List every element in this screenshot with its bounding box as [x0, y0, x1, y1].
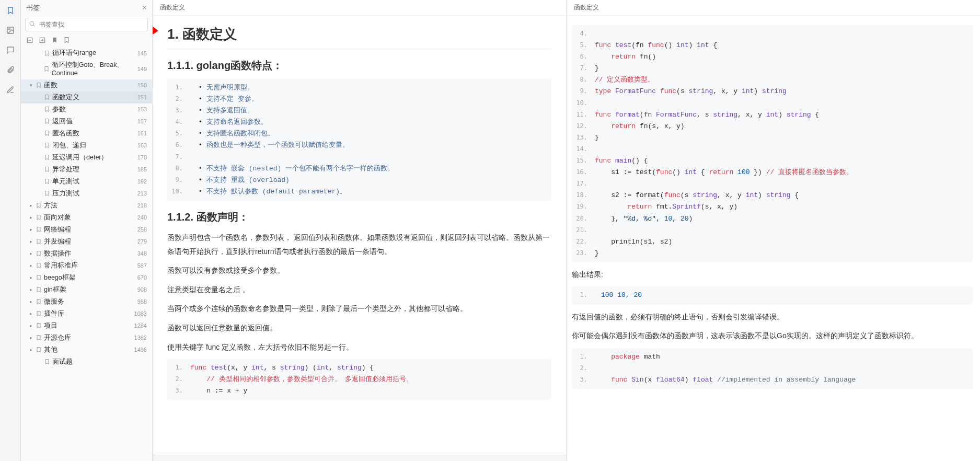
bookmark-icon: [44, 50, 50, 56]
bookmark-icon: [36, 347, 42, 353]
chevron-icon: ▸: [28, 299, 33, 304]
bookmark-icon: [36, 335, 42, 341]
tree-item[interactable]: 延迟调用（defer）170: [21, 152, 152, 164]
sidebar-search: [25, 18, 148, 31]
tree-item[interactable]: 压力测试213: [21, 188, 152, 200]
collapse-all-icon[interactable]: [26, 37, 33, 44]
tree-item[interactable]: 循环语句range145: [21, 47, 152, 59]
bookmark-icon: [36, 214, 42, 221]
page-number: 192: [137, 178, 149, 185]
feature-item: • 支持不定 变参。: [190, 94, 258, 105]
tree-item[interactable]: ▸开源仓库1382: [21, 332, 152, 344]
paragraph: 函数声明包含一个函数名，参数列表， 返回值列表和函数体。如果函数没有返回值，则返…: [167, 230, 551, 258]
page-number: 670: [137, 274, 149, 281]
bookmark-outline-icon[interactable]: [63, 37, 70, 44]
feature-item: • 不支持 重载 (overload): [190, 175, 290, 186]
bookmark-icon: [36, 274, 42, 281]
bookmark-icon: [36, 238, 42, 245]
tree-item-label: 插件库: [44, 309, 64, 318]
tree-item[interactable]: 循环控制Goto、Break、Continue149: [21, 59, 152, 79]
tree-item-label: 循环控制Goto、Break、Continue: [52, 61, 137, 78]
code-block: 4. 5.func test(fn func() int) int { 6. r…: [572, 25, 973, 262]
tree-item[interactable]: 单元测试192: [21, 176, 152, 188]
tree-item[interactable]: 闭包、递归163: [21, 140, 152, 152]
page-number: 279: [137, 238, 149, 245]
tree-item[interactable]: 返回值157: [21, 116, 152, 128]
tree-item[interactable]: ▸方法218: [21, 200, 152, 212]
bookmark-icon: [44, 190, 50, 197]
tree-item-label: 面向对象: [44, 213, 71, 222]
tree-item[interactable]: 面试题: [21, 356, 152, 368]
paragraph: 注意类型在变量名之后 。: [167, 283, 551, 297]
tree-item[interactable]: ▾函数150: [21, 79, 152, 91]
image-icon[interactable]: [4, 24, 17, 37]
tree-item[interactable]: 参数153: [21, 103, 152, 116]
feature-item: [190, 152, 194, 163]
pane-tab: 函数定义: [153, 0, 566, 16]
tree-item-label: 函数: [44, 81, 57, 90]
bookmark-icon: [36, 82, 42, 88]
expand-all-icon[interactable]: [39, 37, 46, 44]
tree-item[interactable]: ▸插件库1083: [21, 308, 152, 320]
page-number: 150: [137, 82, 149, 88]
paragraph: 你可能会偶尔遇到没有函数体的函数声明，这表示该函数不是以Go实现的。这样的声明定…: [572, 329, 973, 343]
search-input[interactable]: [25, 18, 148, 31]
tree-item[interactable]: ▸常用标准库587: [21, 260, 152, 272]
sidebar-header: 书签 ×: [21, 0, 152, 16]
bookmark-icon: [44, 166, 50, 172]
bookmark-icon[interactable]: [4, 4, 17, 17]
feature-item: • 支持匿名函数和闭包。: [190, 128, 274, 140]
tree-item[interactable]: ▸微服务988: [21, 296, 152, 308]
left-pane: 函数定义 1. 函数定义 1.1.1. golang函数特点： 1. • 无需声…: [153, 0, 567, 461]
svg-point-2: [30, 21, 34, 26]
tree-item-label: 返回值: [52, 117, 73, 126]
bookmark-sidebar: 书签 × 循环语句range145循环控制Goto、Break、Continue…: [21, 0, 153, 461]
edit-icon[interactable]: [4, 84, 17, 96]
tree-item[interactable]: 函数定义151: [21, 91, 152, 103]
bookmark-icon: [44, 154, 50, 160]
page-number: 161: [137, 130, 149, 136]
tree-item[interactable]: ▸数据操作348: [21, 248, 152, 260]
tree-item[interactable]: ▸其他1496: [21, 344, 152, 356]
page-number: 587: [137, 262, 149, 269]
comment-icon[interactable]: [4, 44, 17, 56]
tree-item-label: 参数: [52, 105, 66, 114]
bookmark-icon: [44, 118, 50, 124]
attachment-icon[interactable]: [4, 64, 17, 76]
page-number: 213: [137, 190, 149, 197]
close-icon[interactable]: ×: [142, 3, 147, 13]
tree-item[interactable]: ▸网络编程258: [21, 224, 152, 236]
bookmark-icon: [44, 130, 50, 136]
page-title: 1. 函数定义: [167, 25, 551, 49]
pane-tab: 函数定义: [567, 0, 980, 16]
tree-item[interactable]: ▸并发编程279: [21, 236, 152, 248]
page-number: 1382: [134, 335, 149, 341]
page-number: 170: [137, 154, 149, 160]
tree-item[interactable]: ▸项目1284: [21, 320, 152, 332]
bookmark-icon: [44, 142, 50, 148]
paragraph: 使用关键字 func 定义函数，左大括号依旧不能另起一行。: [167, 340, 551, 354]
bookmark-solid-icon[interactable]: [51, 37, 58, 44]
tree-item-label: 闭包、递归: [52, 141, 86, 150]
bookmark-icon: [44, 359, 50, 365]
tree-item[interactable]: 异常处理185: [21, 164, 152, 176]
tree-item-label: 匿名函数: [52, 129, 79, 138]
tree-item[interactable]: ▸beego框架670: [21, 272, 152, 284]
tree-item[interactable]: ▸gin框架908: [21, 284, 152, 296]
page-number: 149: [137, 66, 149, 72]
page-number: 1284: [134, 322, 149, 329]
bookmark-icon: [44, 94, 50, 100]
code-block: 1. package math 2. 3. func Sin(x float64…: [572, 348, 973, 389]
tree-item-label: 面试题: [52, 358, 73, 366]
feature-item: • 无需声明原型。: [190, 82, 254, 94]
chevron-icon: ▸: [28, 251, 33, 256]
right-pane: 函数定义 4. 5.func test(fn func() int) int {…: [567, 0, 980, 461]
page-number: 908: [137, 286, 149, 293]
tree-item[interactable]: 匿名函数161: [21, 128, 152, 140]
horizontal-scrollbar[interactable]: [153, 455, 566, 461]
bookmark-icon: [44, 106, 50, 112]
content-area: 函数定义 1. 函数定义 1.1.1. golang函数特点： 1. • 无需声…: [153, 0, 980, 461]
bookmark-icon: [36, 202, 42, 209]
tree-item[interactable]: ▸面向对象240: [21, 212, 152, 224]
tree-item-label: 项目: [44, 321, 57, 330]
